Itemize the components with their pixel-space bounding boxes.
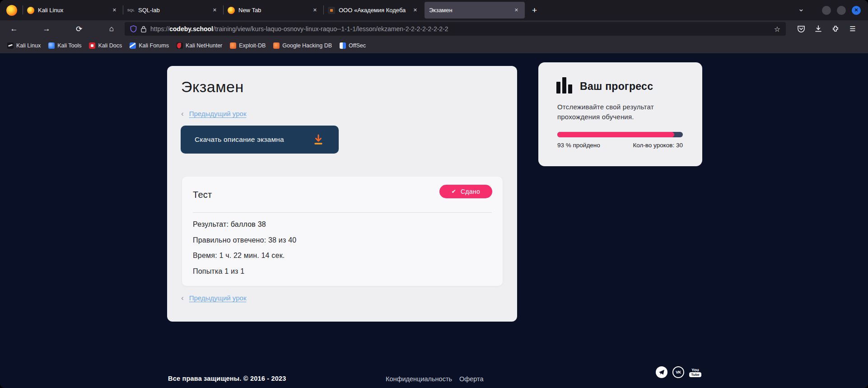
footer-copyright: Все права защищены. © 2016 - 2023	[168, 375, 286, 382]
sql-favicon-icon: SQL	[127, 7, 135, 14]
divider	[193, 212, 492, 213]
progress-description: Отслеживайте свой результат прохождения …	[557, 102, 668, 122]
progress-bar-fill	[557, 132, 674, 137]
result-attempt-line: Попытка 1 из 1	[193, 267, 296, 276]
previous-lesson-label[interactable]: Предыдущий урок	[189, 110, 247, 117]
download-arrow-icon	[313, 134, 324, 145]
bookmark-kali-tools[interactable]: Kali Tools	[48, 42, 81, 49]
bookmark-label: Kali Docs	[98, 42, 122, 49]
new-tab-button[interactable]: +	[527, 5, 541, 16]
bookmark-label: Kali NetHunter	[186, 42, 222, 49]
youtube-logo-top: You	[691, 368, 699, 372]
progress-bar	[557, 132, 683, 137]
tab-close-icon[interactable]: ✕	[311, 6, 319, 14]
home-button[interactable]: ⌂	[104, 23, 119, 35]
tab-title: Экзамен	[429, 7, 513, 14]
url-text: https://codeby.school/training/view/kurs…	[150, 25, 770, 33]
youtube-icon[interactable]: You Tube	[689, 368, 701, 377]
google-hacking-db-icon	[273, 42, 280, 49]
url-scheme: https://	[150, 25, 169, 33]
progress-lessons-count: Кол-во уроков: 30	[633, 142, 683, 149]
lock-icon[interactable]	[141, 26, 146, 33]
bookmark-label: Kali Linux	[16, 42, 41, 49]
tab-academy-codeby[interactable]: ООО «Академия Кодеба ✕	[323, 0, 424, 20]
youtube-logo-bottom: Tube	[689, 372, 701, 377]
tab-title: ООО «Академия Кодеба	[339, 7, 411, 14]
bookmarks-bar: Kali Linux Kali Tools Kali Docs Kali For…	[0, 37, 868, 53]
footer-privacy-link[interactable]: Конфиденциальность	[386, 375, 452, 383]
reload-button[interactable]: ⟳	[71, 23, 87, 35]
footer-social-icons: VK You Tube	[656, 366, 701, 378]
bookmark-star-icon[interactable]: ☆	[774, 25, 780, 33]
bookmark-label: OffSec	[349, 42, 366, 49]
bookmark-kali-docs[interactable]: Kali Docs	[89, 42, 122, 49]
list-all-tabs-icon[interactable]: ⌄	[798, 7, 816, 14]
url-bar[interactable]: https://codeby.school/training/view/kurs…	[125, 22, 786, 36]
checkmark-icon: ✔	[452, 188, 456, 195]
extensions-puzzle-icon[interactable]	[830, 23, 841, 35]
bookmark-offsec[interactable]: OffSec	[340, 42, 366, 49]
menu-hamburger-icon[interactable]: ☰	[847, 23, 858, 35]
bookmark-kali-forums[interactable]: Kali Forums	[130, 42, 169, 49]
pocket-icon[interactable]	[796, 23, 807, 35]
forward-button[interactable]: →	[39, 23, 54, 35]
tab-ekzamen-active[interactable]: Экзамен ✕	[425, 2, 525, 19]
window-close-button[interactable]: ✕	[852, 6, 861, 15]
telegram-icon[interactable]	[656, 366, 667, 378]
test-result-card: Тест ✔ Сдано Результат: баллов 38 Правил…	[182, 177, 503, 286]
test-results-block: Результат: баллов 38 Правильно отвечено:…	[193, 220, 296, 283]
progress-card: Ваш прогресс Отслеживайте свой результат…	[538, 62, 702, 166]
window-minimize-button[interactable]	[822, 6, 831, 15]
progress-header: Ваш прогресс	[556, 77, 653, 93]
previous-lesson-link-bottom[interactable]: ‹ Предыдущий урок	[181, 294, 246, 302]
bookmark-label: Kali Forums	[139, 42, 169, 49]
tracking-protection-shield-icon[interactable]	[130, 25, 137, 33]
kali-nethunter-icon	[177, 42, 183, 49]
firefox-logo-icon	[6, 5, 17, 16]
vk-logo-text: VK	[676, 370, 681, 374]
downloads-icon[interactable]	[813, 23, 824, 35]
tab-bar: Kali Linux ✕ SQL SQL-lab ✕ New Tab ✕ ООО…	[0, 0, 868, 20]
status-badge-passed[interactable]: ✔ Сдано	[439, 185, 492, 198]
status-badge-label: Сдано	[461, 188, 480, 195]
back-button[interactable]: ←	[6, 23, 22, 35]
tab-kali-linux[interactable]: Kali Linux ✕	[23, 0, 123, 20]
tab-sql-lab[interactable]: SQL SQL-lab ✕	[123, 0, 223, 20]
test-title: Тест	[193, 190, 212, 200]
bookmark-exploit-db[interactable]: Exploit-DB	[230, 42, 266, 49]
progress-title: Ваш прогресс	[580, 80, 653, 93]
firefox-favicon-icon	[27, 7, 34, 14]
footer-offer-link[interactable]: Оферта	[459, 375, 484, 383]
page-viewport: Экзамен ‹ Предыдущий урок Скачать описан…	[0, 53, 868, 388]
vk-icon[interactable]: VK	[672, 366, 684, 378]
result-score-line: Результат: баллов 38	[193, 220, 296, 229]
page-title: Экзамен	[181, 78, 244, 96]
tab-close-icon[interactable]: ✕	[111, 6, 118, 14]
bookmark-kali-nethunter[interactable]: Kali NetHunter	[177, 42, 222, 49]
browser-window: Kali Linux ✕ SQL SQL-lab ✕ New Tab ✕ ООО…	[0, 0, 868, 388]
url-path: /training/view/kurs-laquo-osnovy-linux-r…	[213, 25, 448, 33]
progress-percent-label: 93 % пройдено	[557, 142, 600, 149]
toolbar-right-icons: ☰	[786, 23, 862, 35]
progress-labels: 93 % пройдено Кол-во уроков: 30	[557, 142, 683, 149]
previous-lesson-link-top[interactable]: ‹ Предыдущий урок	[181, 110, 246, 117]
kali-tools-icon	[48, 42, 55, 49]
bookmark-label: Google Hacking DB	[282, 42, 332, 49]
exploit-db-icon	[230, 42, 236, 49]
download-button-label: Скачать описание экзамна	[195, 136, 313, 144]
chevron-left-icon: ‹	[181, 295, 184, 301]
tab-close-icon[interactable]: ✕	[211, 6, 219, 14]
result-time-line: Время: 1 ч. 22 мин. 14 сек.	[193, 252, 296, 260]
tab-close-icon[interactable]: ✕	[411, 6, 419, 14]
window-maximize-button[interactable]	[837, 6, 846, 15]
tab-close-icon[interactable]: ✕	[513, 6, 520, 14]
bookmark-kali-linux[interactable]: Kali Linux	[7, 42, 41, 49]
tab-new-tab[interactable]: New Tab ✕	[223, 0, 323, 20]
offsec-icon	[340, 42, 346, 49]
tab-title: Kali Linux	[38, 7, 111, 14]
previous-lesson-label[interactable]: Предыдущий урок	[189, 294, 247, 302]
bookmark-google-hacking-db[interactable]: Google Hacking DB	[273, 42, 332, 49]
tab-title: SQL-lab	[138, 7, 211, 14]
download-exam-description-button[interactable]: Скачать описание экзамна	[181, 126, 339, 154]
codeby-favicon-icon	[328, 7, 335, 14]
